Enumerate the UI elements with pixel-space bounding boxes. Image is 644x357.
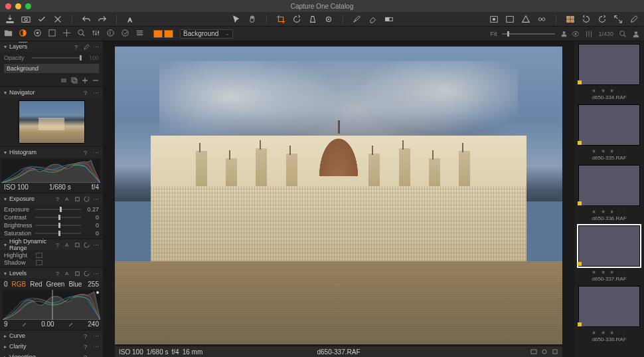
lens-tab[interactable]: [33, 29, 42, 39]
disclosure-icon[interactable]: ▾: [4, 271, 7, 277]
disclosure-icon[interactable]: ▾: [4, 242, 7, 248]
picker-white-icon[interactable]: [68, 321, 74, 327]
disclosure-icon[interactable]: ▸: [4, 333, 7, 339]
local-tab[interactable]: [77, 29, 86, 39]
glasses-icon[interactable]: [537, 15, 546, 24]
copy-icon[interactable]: [74, 242, 80, 248]
opacity-slider[interactable]: [32, 57, 82, 59]
multiview-icon[interactable]: [566, 15, 575, 24]
minimize-window-icon[interactable]: [15, 3, 21, 9]
rating-stars[interactable]: ★ ★ ★ · ·: [574, 148, 644, 154]
focus-mask-icon[interactable]: [505, 15, 515, 24]
rating-stars[interactable]: ★ ★ ★ · ·: [574, 88, 644, 94]
variant-select[interactable]: Background ⌄: [180, 29, 233, 39]
picker-black-icon[interactable]: [21, 321, 27, 327]
brush-icon[interactable]: [84, 44, 90, 50]
spot-tool-icon[interactable]: [324, 15, 333, 24]
disclosure-icon[interactable]: ▾: [4, 196, 7, 202]
more-icon[interactable]: ⋯: [93, 344, 99, 350]
more-icon[interactable]: ⋯: [93, 150, 99, 156]
color-tab[interactable]: [48, 29, 56, 39]
navigator-thumbnail[interactable]: [19, 100, 85, 144]
image-canvas[interactable]: [115, 47, 562, 344]
brush-tool-icon[interactable]: [353, 15, 362, 24]
close-window-icon[interactable]: [5, 3, 11, 9]
levels-tab-red[interactable]: Red: [30, 281, 42, 288]
metadata-tab[interactable]: i: [106, 29, 115, 39]
eye-icon[interactable]: [572, 30, 580, 38]
user-icon[interactable]: [560, 30, 568, 37]
levels-low-out[interactable]: 9: [4, 320, 8, 328]
reset-icon[interactable]: [84, 242, 90, 248]
disclosure-icon[interactable]: ▾: [4, 150, 7, 156]
hand-tool-icon[interactable]: [248, 15, 257, 24]
layer-opts-icon[interactable]: [60, 77, 67, 84]
layer-item-background[interactable]: Background: [4, 64, 99, 73]
thumbnail[interactable]: [578, 286, 640, 327]
levels-tab-green[interactable]: Green: [46, 281, 65, 288]
help-icon[interactable]: ?: [84, 344, 90, 350]
view-mode[interactable]: [153, 30, 173, 38]
levels-tab-rgb[interactable]: RGB: [12, 281, 27, 288]
auto-adjust-icon[interactable]: A: [126, 15, 135, 24]
camera-icon[interactable]: [21, 15, 31, 24]
auto-icon[interactable]: A: [65, 242, 71, 248]
rotate-left-icon[interactable]: [582, 15, 591, 24]
gradient-tool-icon[interactable]: [384, 15, 394, 24]
rotate-tool-icon[interactable]: [292, 15, 301, 24]
tag-icon[interactable]: [552, 348, 558, 355]
slider-track[interactable]: [35, 225, 81, 226]
disclosure-icon[interactable]: ▸: [4, 344, 7, 350]
cursor-tool-icon[interactable]: [232, 15, 241, 24]
search-icon[interactable]: [619, 30, 627, 38]
help-icon[interactable]: ?: [56, 242, 62, 248]
more-icon[interactable]: ⋯: [93, 354, 99, 358]
rating-icon[interactable]: [541, 348, 548, 355]
help-icon[interactable]: ?: [74, 44, 80, 50]
more-icon[interactable]: ⋯: [93, 44, 99, 50]
reset-icon[interactable]: [84, 196, 90, 202]
rating-stars[interactable]: ★ ★ ★ · ·: [574, 269, 644, 275]
rating-stars[interactable]: ★ ★ ★ · ·: [574, 330, 644, 336]
auto-icon[interactable]: A: [65, 271, 71, 277]
slider-track[interactable]: [35, 233, 81, 234]
thumbnail[interactable]: [578, 165, 640, 206]
library-tab[interactable]: [4, 29, 13, 39]
more-icon[interactable]: ⋯: [93, 196, 99, 202]
details-tab[interactable]: [62, 29, 71, 39]
copy-icon[interactable]: [74, 271, 80, 277]
more-icon[interactable]: ⋯: [93, 242, 99, 248]
crop-tool-icon[interactable]: [276, 15, 285, 24]
redo-icon[interactable]: [98, 15, 107, 24]
help-icon[interactable]: ?: [84, 333, 90, 339]
help-icon[interactable]: ?: [56, 196, 62, 202]
levels-tab-blue[interactable]: Blue: [68, 281, 82, 288]
exposure-warning-icon[interactable]: [489, 15, 499, 24]
reject-icon[interactable]: [53, 15, 62, 24]
keystone-tool-icon[interactable]: [308, 15, 317, 24]
menu-icon[interactable]: [135, 29, 144, 39]
auto-icon[interactable]: A: [65, 196, 71, 202]
shadow-value[interactable]: [36, 260, 42, 265]
user2-icon[interactable]: [632, 30, 640, 38]
delete-layer-icon[interactable]: [92, 77, 99, 84]
import-icon[interactable]: [5, 15, 15, 24]
more-icon[interactable]: ⋯: [93, 90, 99, 96]
disclosure-icon[interactable]: ▾: [4, 44, 7, 50]
expand-icon[interactable]: [613, 15, 623, 24]
slider-track[interactable]: [35, 217, 81, 218]
check-icon[interactable]: [37, 15, 46, 24]
help-icon[interactable]: ?: [84, 354, 90, 358]
levels-mid[interactable]: 0.00: [41, 320, 54, 328]
levels-display[interactable]: [3, 290, 100, 320]
zoom-slider[interactable]: [502, 33, 555, 35]
exposure-tab[interactable]: [19, 29, 27, 39]
edit-icon[interactable]: [629, 15, 639, 24]
copy-layer-icon[interactable]: [71, 77, 78, 84]
help-icon[interactable]: ?: [56, 271, 62, 277]
help-icon[interactable]: ?: [84, 150, 90, 156]
output-tab[interactable]: [121, 29, 129, 39]
disclosure-icon[interactable]: ▾: [4, 90, 7, 96]
reset-icon[interactable]: [84, 271, 90, 277]
maximize-window-icon[interactable]: [25, 3, 31, 9]
